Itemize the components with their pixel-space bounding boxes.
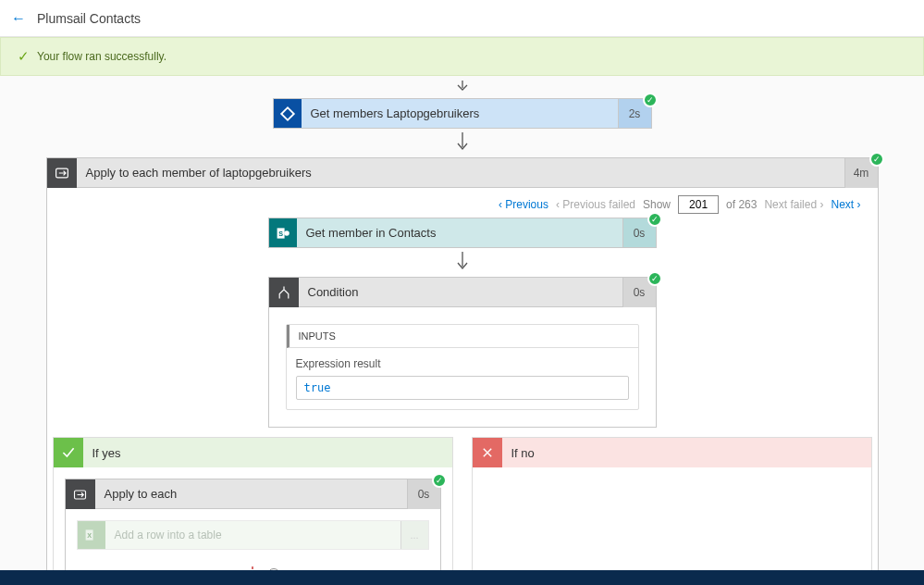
flow-name: Plumsail Contacts [37, 11, 141, 26]
svg-text:S: S [278, 230, 283, 238]
previous-failed-link[interactable]: ‹ Previous failed [556, 198, 635, 211]
loop-title: Apply to each member of laptopgebruikers [77, 158, 844, 188]
step-get-members[interactable]: Get members Laptopgebruikers 2s ✓ [273, 98, 652, 129]
x-icon [473, 438, 502, 467]
of-total: of 263 [726, 198, 757, 211]
branch-no-title: If no [502, 438, 871, 467]
branch-no-header[interactable]: If no [473, 438, 871, 467]
branch-yes-title: If yes [83, 438, 452, 467]
arrow-connector [0, 129, 924, 157]
arrow-down-icon [456, 132, 469, 151]
inner-loop-title: Apply to each [95, 479, 407, 509]
loop-navigation: ‹ Previous ‹ Previous failed Show of 263… [47, 188, 878, 218]
branch-yes: If yes Apply to each 0s ✓ X Add a row in… [53, 437, 453, 585]
banner-message: Your flow ran successfully. [37, 50, 166, 63]
condition-icon [269, 278, 299, 307]
loop-header[interactable]: Apply to each member of laptopgebruikers… [47, 158, 878, 188]
check-circle-icon: ✓ [18, 48, 30, 65]
step-title: Get member in Contacts [297, 218, 622, 247]
page-header: ← Plumsail Contacts [0, 0, 924, 37]
bottom-bar [0, 570, 924, 585]
loop-icon [47, 158, 77, 188]
sharepoint-icon: S [269, 218, 297, 247]
excel-icon: X [78, 521, 105, 549]
success-banner: ✓ Your flow ran successfully. [0, 37, 924, 76]
expression-result-label: Expression result [296, 357, 629, 370]
arrow-down-icon [456, 81, 469, 92]
condition-step[interactable]: Condition 0s INPUTS Expression result tr… [268, 277, 657, 428]
step-title: Add a row into a table [105, 521, 400, 549]
next-failed-link[interactable]: Next failed › [764, 198, 823, 211]
success-badge-icon: ✓ [647, 271, 662, 286]
step-title: Get members Laptopgebruikers [302, 99, 618, 128]
step-get-member-contacts[interactable]: S Get member in Contacts 0s ✓ [268, 218, 657, 248]
success-badge-icon: ✓ [432, 473, 447, 488]
back-button[interactable]: ← [11, 10, 26, 27]
loop-icon [66, 479, 95, 509]
branch-yes-header[interactable]: If yes [54, 438, 452, 467]
arrow-connector [0, 76, 924, 98]
next-link[interactable]: Next › [831, 198, 860, 211]
apply-to-each-container: Apply to each member of laptopgebruikers… [46, 157, 879, 585]
step-duration: ... [400, 521, 428, 549]
check-icon [54, 438, 83, 467]
svg-text:X: X [87, 531, 92, 540]
inputs-section: INPUTS Expression result true [286, 324, 639, 410]
arrow-down-icon [456, 252, 469, 270]
branch-no: If no [472, 437, 872, 585]
iteration-input[interactable] [678, 195, 719, 214]
inner-apply-to-each[interactable]: Apply to each 0s ✓ X Add a row into a ta… [65, 479, 441, 585]
previous-link[interactable]: ‹ Previous [499, 198, 548, 211]
condition-branches: If yes Apply to each 0s ✓ X Add a row in… [47, 428, 878, 585]
arrow-connector [47, 248, 878, 277]
inputs-label: INPUTS [287, 325, 638, 348]
success-badge-icon: ✓ [643, 93, 658, 107]
success-badge-icon: ✓ [869, 152, 884, 167]
svg-point-5 [284, 230, 290, 236]
expression-result-value: true [296, 376, 629, 400]
success-badge-icon: ✓ [647, 212, 662, 227]
azure-ad-icon [274, 99, 302, 128]
condition-title: Condition [299, 278, 622, 307]
show-label: Show [643, 198, 671, 211]
step-add-row[interactable]: X Add a row into a table ... [77, 520, 429, 550]
